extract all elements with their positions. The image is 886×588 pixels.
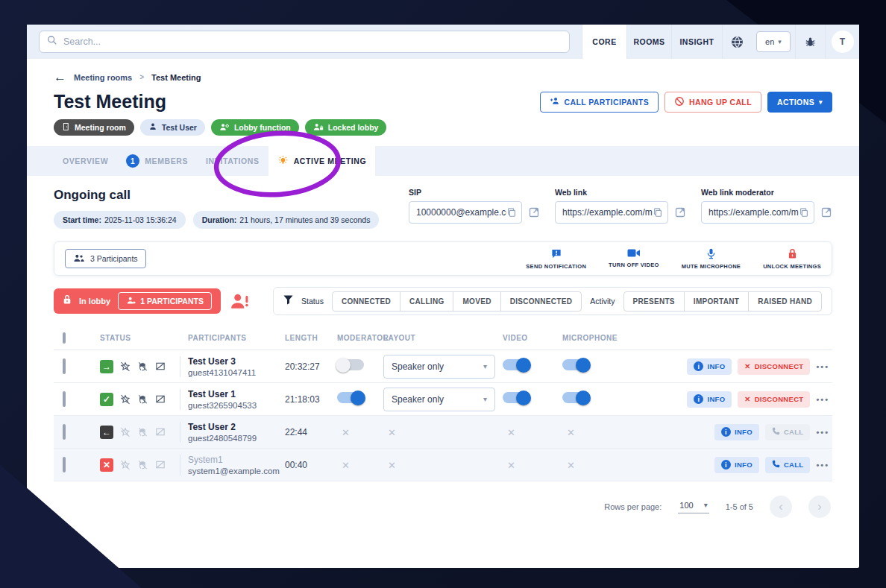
row-checkbox[interactable] bbox=[63, 424, 66, 440]
copy-icon[interactable] bbox=[653, 207, 663, 218]
mute-microphone-button[interactable]: MUTE MICROPHONE bbox=[682, 248, 741, 270]
disconnect-label: DISCONNECT bbox=[755, 362, 804, 370]
search-box[interactable] bbox=[39, 31, 570, 53]
next-page-button[interactable]: › bbox=[808, 496, 831, 518]
status-disconnected-icon: ✕ bbox=[100, 458, 113, 472]
hang-up-call-button[interactable]: HANG UP CALL bbox=[664, 92, 761, 113]
moderator-toggle[interactable] bbox=[337, 392, 364, 403]
badge-owner: Test User bbox=[140, 119, 205, 136]
filter-connected[interactable]: CONNECTED bbox=[332, 291, 400, 312]
tab-strip: OVERVIEW 1 MEMBERS INVITATIONS ACTIVE ME… bbox=[27, 146, 859, 176]
back-arrow-icon[interactable]: ← bbox=[54, 71, 66, 83]
layout-select[interactable]: Speaker only ▾ bbox=[383, 355, 495, 379]
participants-count-button[interactable]: 3 Participants bbox=[65, 249, 146, 268]
layout-select[interactable]: Speaker only ▾ bbox=[383, 388, 495, 411]
turn-off-video-button[interactable]: TURN OFF VIDEO bbox=[609, 248, 659, 270]
microphone-toggle[interactable] bbox=[562, 392, 589, 403]
more-menu-button[interactable]: ••• bbox=[816, 362, 829, 371]
in-lobby-panel[interactable]: In lobby 1 PARTICIPANTS bbox=[54, 288, 221, 314]
weblink-value: https://example.com/mee bbox=[562, 207, 653, 218]
actions-button[interactable]: ACTIONS ▾ bbox=[767, 92, 832, 113]
call-button[interactable]: CALL bbox=[765, 457, 811, 473]
nav-item-rooms[interactable]: ROOMS bbox=[626, 25, 671, 59]
copy-icon[interactable] bbox=[799, 207, 809, 218]
filter-important[interactable]: IMPORTANT bbox=[684, 291, 749, 312]
status-entered-icon: → bbox=[100, 360, 113, 373]
info-label: INFO bbox=[707, 362, 725, 370]
disconnect-button[interactable]: ✕DISCONNECT bbox=[738, 358, 810, 375]
person-alert-icon bbox=[230, 292, 249, 311]
nav-item-insight[interactable]: INSIGHT bbox=[671, 25, 722, 59]
lobby-participants-button[interactable]: 1 PARTICIPANTS bbox=[118, 292, 212, 310]
select-all-checkbox[interactable] bbox=[63, 332, 66, 344]
filter-presents[interactable]: PRESENTS bbox=[623, 291, 685, 312]
moderator-toggle[interactable] bbox=[337, 359, 364, 370]
more-menu-button[interactable]: ••• bbox=[816, 395, 829, 404]
info-button[interactable]: iINFO bbox=[687, 391, 732, 408]
sip-value-box[interactable]: 10000000@example.com bbox=[409, 201, 522, 224]
weblink-value-box[interactable]: https://example.com/mee bbox=[555, 201, 668, 224]
open-external-icon[interactable] bbox=[674, 206, 686, 218]
row-checkbox[interactable] bbox=[63, 391, 66, 407]
microphone-toggle[interactable] bbox=[562, 359, 589, 370]
language-selector[interactable]: en ▾ bbox=[752, 25, 795, 59]
participant-name: Test User 3 bbox=[188, 356, 285, 367]
more-menu-button[interactable]: ••• bbox=[816, 428, 829, 437]
table-header-row: STATUS PARTICIPANTS LENGTH MODERATOR LAY… bbox=[54, 326, 832, 350]
filter-raised-hand[interactable]: RAISED HAND bbox=[748, 291, 822, 312]
hand-crossed-icon bbox=[137, 393, 148, 405]
video-toggle[interactable] bbox=[503, 392, 530, 403]
language-value: en bbox=[765, 37, 774, 46]
avatar[interactable]: T bbox=[832, 31, 854, 53]
previous-page-button[interactable]: ‹ bbox=[770, 496, 792, 518]
filter-calling[interactable]: CALLING bbox=[400, 291, 454, 312]
open-external-icon[interactable] bbox=[528, 206, 540, 218]
info-icon: i bbox=[694, 394, 703, 404]
badge-label: Meeting room bbox=[75, 123, 126, 132]
col-status: STATUS bbox=[89, 334, 188, 342]
info-button[interactable]: iINFO bbox=[687, 358, 732, 375]
weblink-moderator-field: Web link moderator https://example.com/m… bbox=[701, 188, 832, 224]
send-notification-button[interactable]: SEND NOTIFICATION bbox=[526, 248, 586, 270]
row-checkbox[interactable] bbox=[63, 358, 66, 374]
weblink-moderator-value-box[interactable]: https://example.com/mee bbox=[701, 201, 814, 224]
tab-active-meeting[interactable]: ACTIVE MEETING bbox=[268, 146, 376, 176]
not-available-mark: ✕ bbox=[383, 460, 396, 471]
breadcrumb-current: Test Meeting bbox=[151, 73, 201, 82]
tab-overview[interactable]: OVERVIEW bbox=[54, 146, 117, 176]
sip-value: 10000000@example.com bbox=[416, 207, 506, 218]
badge-meeting-room: Meeting room bbox=[54, 119, 134, 136]
desktop-background: CORE ROOMS INSIGHT en ▾ T bbox=[0, 0, 886, 588]
filter-moved[interactable]: MOVED bbox=[453, 291, 500, 312]
tab-members[interactable]: 1 MEMBERS bbox=[117, 146, 197, 176]
tab-invitations[interactable]: INVITATIONS bbox=[197, 146, 268, 176]
meeting-room-icon bbox=[62, 122, 70, 133]
activity-filter-group: PRESENTS IMPORTANT RAISED HAND bbox=[623, 291, 822, 312]
people-icon bbox=[73, 253, 85, 265]
copy-icon[interactable] bbox=[506, 207, 517, 218]
unlock-meetings-button[interactable]: UNLOCK MEETINGS bbox=[763, 248, 821, 270]
info-button[interactable]: iINFO bbox=[714, 424, 759, 440]
call-participants-button[interactable]: CALL PARTICIPANTS bbox=[540, 92, 659, 113]
info-button[interactable]: iINFO bbox=[714, 457, 759, 473]
open-external-icon[interactable] bbox=[820, 206, 832, 218]
row-checkbox[interactable] bbox=[63, 457, 66, 472]
breadcrumb-parent[interactable]: Meeting rooms bbox=[74, 73, 132, 82]
ongoing-call-title: Ongoing call bbox=[54, 188, 379, 203]
bug-report-icon[interactable] bbox=[795, 25, 825, 59]
nav-item-core[interactable]: CORE bbox=[582, 25, 626, 59]
video-toggle[interactable] bbox=[503, 359, 530, 370]
participant-id: guest4131047411 bbox=[188, 368, 285, 377]
globe-icon[interactable] bbox=[722, 25, 752, 59]
rows-per-page-select[interactable]: 100 ▾ bbox=[678, 501, 709, 513]
disconnect-button[interactable]: ✕DISCONNECT bbox=[738, 391, 810, 408]
call-length: 20:32:27 bbox=[285, 361, 337, 372]
search-input[interactable] bbox=[63, 37, 562, 47]
actions-label: ACTIONS bbox=[777, 98, 814, 107]
sip-field: SIP 10000000@example.com bbox=[409, 188, 540, 224]
filter-disconnected[interactable]: DISCONNECTED bbox=[500, 291, 582, 312]
more-menu-button[interactable]: ••• bbox=[816, 461, 829, 470]
star-crossed-icon bbox=[119, 426, 131, 438]
header-actions: CALL PARTICIPANTS HANG UP CALL ACTIONS ▾ bbox=[540, 92, 833, 113]
page-head: ← Meeting rooms > Test Meeting Test Meet… bbox=[27, 71, 859, 136]
